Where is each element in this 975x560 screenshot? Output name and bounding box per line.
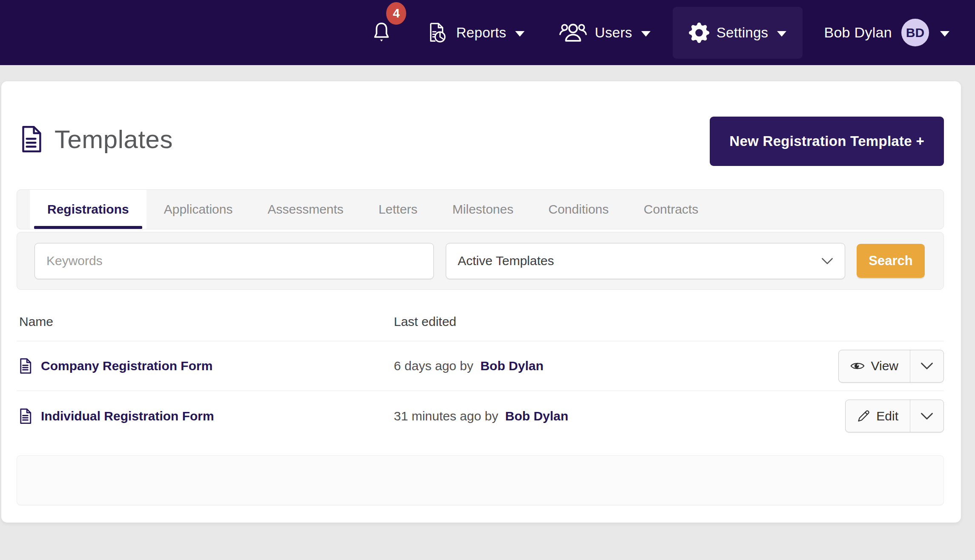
caret-down-icon — [777, 31, 786, 37]
nav-settings-label: Settings — [717, 25, 769, 41]
table-header: Name Last edited — [17, 303, 944, 341]
nav-users-label: Users — [595, 25, 632, 41]
view-dropdown-toggle[interactable] — [910, 350, 943, 382]
user-name: Bob Dylan — [824, 24, 892, 41]
user-menu[interactable]: Bob Dylan BD — [824, 19, 949, 46]
caret-down-icon — [940, 31, 949, 37]
notification-badge: 4 — [386, 2, 406, 25]
chevron-down-icon — [921, 362, 933, 370]
tab-letters[interactable]: Letters — [361, 190, 435, 229]
table-row: Company Registration Form 6 days ago by … — [17, 341, 944, 391]
templates-card: Templates New Registration Template + Re… — [1, 81, 961, 523]
tab-applications[interactable]: Applications — [146, 190, 250, 229]
search-button[interactable]: Search — [857, 244, 925, 278]
nav-users[interactable]: Users — [559, 22, 651, 43]
top-nav: 4 Reports Users Settings — [0, 0, 975, 65]
document-icon — [19, 358, 32, 374]
tab-conditions[interactable]: Conditions — [531, 190, 626, 229]
tab-registrations[interactable]: Registrations — [30, 190, 146, 229]
tab-contracts[interactable]: Contracts — [626, 190, 716, 229]
notifications-button[interactable]: 4 — [371, 21, 392, 45]
tab-assessments[interactable]: Assessments — [250, 190, 361, 229]
avatar: BD — [901, 19, 929, 46]
nav-reports-label: Reports — [456, 25, 506, 41]
edited-by-link[interactable]: Bob Dylan — [480, 359, 543, 373]
tab-milestones[interactable]: Milestones — [435, 190, 531, 229]
people-group-icon — [559, 22, 588, 43]
last-edited-cell: 6 days ago by Bob Dylan — [394, 359, 833, 373]
edit-dropdown-toggle[interactable] — [910, 400, 943, 432]
caret-down-icon — [515, 31, 525, 37]
caret-down-icon — [641, 31, 651, 37]
filter-bar: Active Templates Search — [17, 232, 944, 290]
status-select-value: Active Templates — [458, 254, 554, 268]
chevron-down-icon — [821, 257, 833, 265]
bell-icon — [371, 21, 392, 45]
gear-icon — [689, 23, 709, 43]
column-header-last-edited: Last edited — [394, 314, 833, 329]
last-edited-cell: 31 minutes ago by Bob Dylan — [394, 409, 833, 423]
template-tabs: Registrations Applications Assessments L… — [17, 189, 944, 229]
view-button[interactable]: View — [839, 350, 910, 382]
page-header: Templates — [20, 112, 173, 166]
edited-by-link[interactable]: Bob Dylan — [505, 409, 568, 423]
table-row: Individual Registration Form 31 minutes … — [17, 391, 944, 441]
template-link[interactable]: Company Registration Form — [41, 359, 212, 373]
eye-icon — [850, 361, 865, 371]
pencil-icon — [857, 410, 870, 423]
document-icon — [19, 408, 32, 424]
column-header-name: Name — [17, 314, 394, 329]
chevron-down-icon — [921, 412, 933, 420]
nav-reports[interactable]: Reports — [424, 20, 525, 45]
pagination-footer — [17, 455, 944, 505]
edit-button[interactable]: Edit — [846, 400, 910, 432]
nav-settings[interactable]: Settings — [673, 7, 803, 59]
template-link[interactable]: Individual Registration Form — [41, 409, 214, 423]
edit-split-button: Edit — [845, 400, 944, 432]
keywords-input[interactable] — [34, 243, 434, 279]
document-icon — [20, 125, 43, 153]
new-registration-template-button[interactable]: New Registration Template + — [710, 117, 944, 166]
templates-table: Name Last edited Company Registration Fo… — [17, 303, 944, 441]
report-document-icon — [424, 20, 449, 45]
status-select[interactable]: Active Templates — [446, 243, 845, 279]
page-title: Templates — [54, 125, 173, 154]
view-split-button: View — [838, 350, 944, 383]
